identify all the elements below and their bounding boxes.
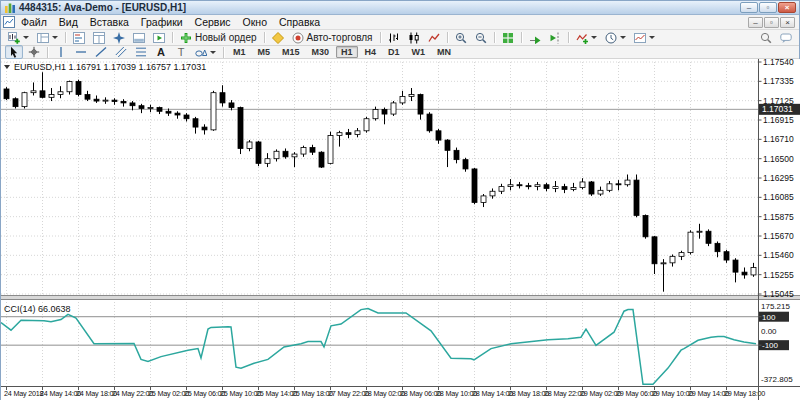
- metaeditor-button[interactable]: [269, 31, 287, 45]
- maximize-button[interactable]: ▫: [759, 2, 777, 13]
- chart-window-icon: [3, 16, 15, 28]
- strategy-tester-button[interactable]: [150, 31, 168, 45]
- shapes-icon: [195, 46, 207, 58]
- periods-button[interactable]: [602, 31, 629, 45]
- chart-shift-button[interactable]: [546, 31, 564, 45]
- timeframe-button-h1[interactable]: H1: [336, 46, 358, 58]
- menu-charts[interactable]: Графики: [135, 15, 189, 29]
- toolbar-separator: [521, 32, 522, 43]
- menu-view[interactable]: Вид: [53, 15, 84, 29]
- timeframe-button-d1[interactable]: D1: [383, 46, 405, 58]
- menu-insert[interactable]: Вставка: [84, 15, 135, 29]
- close-button[interactable]: ×: [778, 2, 796, 13]
- time-axis-label: 29 May 18:00: [724, 389, 765, 398]
- price-axis-label: 1.15045: [763, 289, 794, 299]
- menu-bar: ФайлВидВставкаГрафикиСервисОкноСправка –…: [1, 15, 799, 30]
- layout-icon: [37, 32, 49, 44]
- minimize-button[interactable]: –: [740, 2, 758, 13]
- clock-icon: [605, 32, 617, 44]
- terminal-button[interactable]: [130, 31, 148, 45]
- mdi-restore-button[interactable]: ▫: [764, 17, 779, 28]
- line-chart-button[interactable]: [425, 31, 443, 45]
- chart-area[interactable]: EURUSD,H1 1.16791 1.17039 1.16757 1.1703…: [1, 59, 800, 400]
- metaeditor-icon: [272, 32, 284, 44]
- chat-icon: [780, 32, 792, 44]
- autotrading-button-label: Авто-торговля: [307, 32, 373, 43]
- timeframe-button-m15[interactable]: M15: [277, 46, 305, 58]
- hline-icon: [75, 46, 87, 58]
- horizontal-line-button[interactable]: [72, 45, 90, 59]
- timeframe-button-mn[interactable]: MN: [432, 46, 456, 58]
- menu-file[interactable]: Файл: [15, 15, 53, 29]
- shapes-button[interactable]: [192, 45, 219, 59]
- toolbar-separator: [65, 32, 66, 43]
- tile-icon: [502, 32, 514, 44]
- data-window-button[interactable]: [90, 31, 108, 45]
- channel-button[interactable]: [112, 45, 130, 59]
- price-axis-label: 1.15460: [763, 250, 794, 260]
- price-axis-label: 1.16915: [763, 115, 794, 125]
- navigator-button[interactable]: [110, 31, 128, 45]
- cci-scale-min-label: -372.805: [761, 375, 793, 384]
- community-button[interactable]: [777, 31, 795, 45]
- candle: [364, 117, 369, 133]
- toolbar-separator: [172, 32, 173, 43]
- label-t-icon: T: [175, 46, 187, 58]
- search-button[interactable]: [757, 31, 775, 45]
- dropdown-caret-icon: [649, 36, 655, 39]
- candles-chart-button[interactable]: [405, 31, 423, 45]
- auto-scroll-button[interactable]: [526, 31, 544, 45]
- trendline-button[interactable]: [92, 45, 110, 59]
- menu-service[interactable]: Сервис: [189, 15, 237, 29]
- timeframe-button-h4[interactable]: H4: [360, 46, 382, 58]
- bars-chart-button[interactable]: [385, 31, 403, 45]
- cursor-button[interactable]: [5, 45, 23, 59]
- text-a-icon: A: [155, 46, 167, 58]
- new-order-button-label: Новый ордер: [195, 32, 257, 43]
- cursor-icon: [8, 46, 20, 58]
- window-title: 4484315: Ava-Demo - [EURUSD,H1]: [19, 2, 186, 13]
- time-axis[interactable]: 24 May 201824 May 14:0024 May 18:0024 Ma…: [4, 387, 765, 398]
- panel-separator[interactable]: [1, 296, 800, 300]
- cci-scale-max-label: 175.215: [761, 302, 790, 311]
- indicators-button[interactable]: [573, 31, 600, 45]
- mdi-minimize-button[interactable]: –: [748, 17, 763, 28]
- chart-shift-icon: [549, 32, 561, 44]
- zoom-out-button[interactable]: [472, 31, 490, 45]
- tile-windows-button[interactable]: [499, 31, 517, 45]
- timeframe-button-w1[interactable]: W1: [407, 46, 431, 58]
- menu-window[interactable]: Окно: [237, 15, 273, 29]
- crosshair-button[interactable]: [25, 45, 43, 59]
- new-order-button[interactable]: Новый ордер: [177, 31, 260, 45]
- new-chart-button[interactable]: [5, 31, 32, 45]
- toolbar-separator: [568, 32, 569, 43]
- auto-scroll-icon: [529, 32, 541, 44]
- price-axis-label: 1.16295: [763, 173, 794, 183]
- line-chart-icon: [428, 32, 440, 44]
- mdi-close-button[interactable]: ×: [780, 17, 795, 28]
- label-button[interactable]: T: [172, 45, 190, 59]
- channel-icon: [115, 46, 127, 58]
- autotrading-button[interactable]: Авто-торговля: [289, 31, 376, 45]
- chart-canvas[interactable]: EURUSD,H1 1.16791 1.17039 1.16757 1.1703…: [1, 59, 800, 400]
- market-watch-button[interactable]: [70, 31, 88, 45]
- vertical-line-button[interactable]: [52, 45, 70, 59]
- price-axis-label: 1.16710: [763, 134, 794, 144]
- candle: [22, 92, 27, 109]
- menu-help[interactable]: Справка: [273, 15, 326, 29]
- profiles-button[interactable]: [34, 31, 61, 45]
- dropdown-caret-icon: [23, 36, 29, 39]
- timeframe-button-m5[interactable]: M5: [253, 46, 276, 58]
- cci-level-box: 100: [759, 312, 790, 322]
- timeframe-button-m1[interactable]: M1: [228, 46, 251, 58]
- timeframe-button-m30[interactable]: M30: [307, 46, 335, 58]
- dropdown-caret-icon: [210, 51, 216, 54]
- templates-button[interactable]: [631, 31, 658, 45]
- fibonacci-button[interactable]: [132, 45, 150, 59]
- candle: [76, 80, 81, 97]
- text-button[interactable]: A: [152, 45, 170, 59]
- zoom-in-button[interactable]: [452, 31, 470, 45]
- candle: [328, 132, 333, 165]
- toolbar-standard: Новый ордерАвто-торговля: [1, 30, 799, 46]
- title-bar[interactable]: 4484315: Ava-Demo - [EURUSD,H1] –▫×: [1, 1, 799, 15]
